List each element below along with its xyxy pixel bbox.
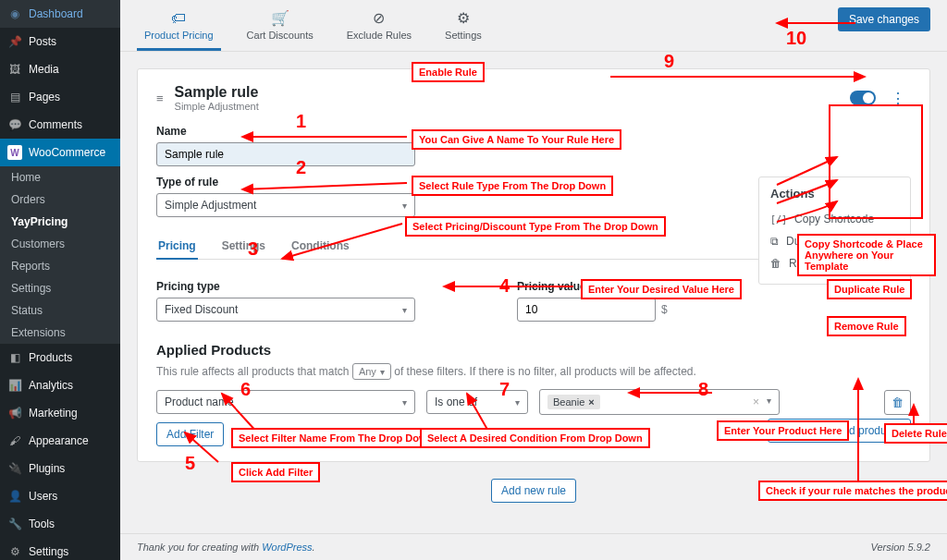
sidebar-sub-settings[interactable]: Settings xyxy=(0,277,120,299)
sidebar-item-analytics[interactable]: 📊Analytics xyxy=(0,371,120,399)
cart-icon: 🛒 xyxy=(271,9,289,27)
add-filter-button[interactable]: Add Filter xyxy=(156,422,224,446)
sidebar-item-plugins[interactable]: 🔌Plugins xyxy=(0,455,120,482)
sidebar-sub-extensions[interactable]: Extensions xyxy=(0,322,120,344)
chevron-down-icon: ▾ xyxy=(515,397,520,408)
tab-settings[interactable]: ⚙Settings xyxy=(437,6,489,51)
sidebar-item-comments[interactable]: 💬Comments xyxy=(0,111,120,139)
currency-suffix: $ xyxy=(661,303,668,316)
sidebar-item-marketing[interactable]: 📢Marketing xyxy=(0,399,120,427)
sidebar-sub-orders[interactable]: Orders xyxy=(0,189,120,211)
sidebar-item-dashboard[interactable]: ◉Dashboard xyxy=(0,0,120,28)
products-icon: ◧ xyxy=(7,350,22,365)
comments-icon: 💬 xyxy=(7,117,22,132)
plugins-icon: 🔌 xyxy=(7,461,22,476)
name-label: Name xyxy=(156,125,911,138)
pages-icon: ▤ xyxy=(7,90,22,104)
save-changes-button[interactable]: Save changes xyxy=(838,7,930,31)
product-chip: Beanie× xyxy=(547,395,600,409)
chevron-down-icon: ▾ xyxy=(767,396,771,408)
chevron-down-icon: ▾ xyxy=(402,305,407,315)
sidebar-item-products[interactable]: ◧Products xyxy=(0,344,120,371)
sidebar-item-settings[interactable]: ⚙Settings xyxy=(0,538,120,560)
media-icon: 🖼 xyxy=(7,62,22,77)
inner-tab-settings[interactable]: Settings xyxy=(220,234,267,260)
sidebar-item-users[interactable]: 👤Users xyxy=(0,482,120,510)
exclude-icon: ⊘ xyxy=(373,9,385,27)
pricing-type-label: Pricing type xyxy=(156,280,415,293)
filter-condition-select[interactable]: Is one of▾ xyxy=(426,390,528,414)
tag-icon: 🏷 xyxy=(171,10,186,27)
tab-exclude-rules[interactable]: ⊘Exclude Rules xyxy=(339,6,419,51)
filter-value-select[interactable]: Beanie× ×▾ xyxy=(539,389,780,415)
version-text: Version 5.9.2 xyxy=(871,542,930,553)
users-icon: 👤 xyxy=(7,489,22,504)
rule-title: Sample rule xyxy=(175,84,259,101)
action-remove[interactable]: 🗑Remove xyxy=(770,252,899,274)
top-tabs: 🏷Product Pricing 🛒Cart Discounts ⊘Exclud… xyxy=(120,0,947,52)
actions-panel: Actions [/]Copy Shortcode ⧉Duplicate 🗑Re… xyxy=(758,177,911,285)
chevron-down-icon: ▾ xyxy=(380,367,385,377)
sidebar-item-tools[interactable]: 🔧Tools xyxy=(0,510,120,538)
pricing-value-input[interactable] xyxy=(517,298,656,322)
woo-icon: W xyxy=(7,145,22,160)
analytics-icon: 📊 xyxy=(7,378,22,393)
brush-icon: 🖌 xyxy=(7,433,22,448)
pricing-type-select[interactable]: Fixed Discount▾ xyxy=(156,298,415,322)
tab-product-pricing[interactable]: 🏷Product Pricing xyxy=(137,6,221,51)
inner-tab-conditions[interactable]: Conditions xyxy=(289,234,351,260)
sidebar-sub-customers[interactable]: Customers xyxy=(0,233,120,255)
check-matched-button[interactable]: Check matched products xyxy=(768,419,911,443)
shortcode-icon: [/] xyxy=(770,214,787,225)
dashboard-icon: ◉ xyxy=(7,6,22,21)
drag-icon[interactable]: ≡ xyxy=(156,91,164,105)
sidebar-sub-status[interactable]: Status xyxy=(0,299,120,322)
action-duplicate[interactable]: ⧉Duplicate xyxy=(770,230,899,252)
sidebar-item-posts[interactable]: 📌Posts xyxy=(0,28,120,55)
delete-filter-button[interactable]: 🗑 xyxy=(884,390,911,415)
chip-remove-icon[interactable]: × xyxy=(588,396,594,408)
match-type-select[interactable]: Any ▾ xyxy=(352,363,391,380)
inner-tab-pricing[interactable]: Pricing xyxy=(156,234,198,260)
enable-rule-toggle[interactable] xyxy=(850,91,876,105)
applied-products-title: Applied Products xyxy=(156,342,911,358)
gear-icon: ⚙ xyxy=(7,544,22,559)
rule-subtitle: Simple Adjustment xyxy=(175,101,259,112)
rule-type-select[interactable]: Simple Adjustment▾ xyxy=(156,193,415,217)
filter-row: Product name▾ Is one of▾ Beanie× ×▾ 🗑 xyxy=(156,389,911,415)
main-content: 🏷Product Pricing 🛒Cart Discounts ⊘Exclud… xyxy=(120,0,947,560)
gear-icon: ⚙ xyxy=(457,9,470,27)
pricing-value-label: Pricing value xyxy=(517,280,668,293)
sidebar-item-appearance[interactable]: 🖌Appearance xyxy=(0,427,120,455)
clear-icon[interactable]: × xyxy=(753,396,759,408)
duplicate-icon: ⧉ xyxy=(770,235,779,248)
chevron-down-icon: ▾ xyxy=(402,201,407,211)
sidebar-sub-yaypricing[interactable]: YayPricing xyxy=(0,211,120,233)
pin-icon: 📌 xyxy=(7,34,22,49)
add-new-rule-button[interactable]: Add new rule xyxy=(491,479,576,503)
wordpress-link[interactable]: WordPress xyxy=(262,542,312,553)
trash-icon: 🗑 xyxy=(770,257,781,270)
action-copy-shortcode[interactable]: [/]Copy Shortcode xyxy=(770,208,899,230)
trash-icon: 🗑 xyxy=(892,396,904,409)
footer: Thank you for creating with WordPress. V… xyxy=(120,533,947,560)
marketing-icon: 📢 xyxy=(7,406,22,420)
tab-cart-discounts[interactable]: 🛒Cart Discounts xyxy=(240,6,321,51)
chevron-down-icon: ▾ xyxy=(402,397,407,408)
admin-sidebar: ◉Dashboard 📌Posts 🖼Media ▤Pages 💬Comment… xyxy=(0,0,120,560)
rule-card: ≡ Sample rule Simple Adjustment ⋮ Name T… xyxy=(137,68,930,462)
applied-hint: This rule affects all products that matc… xyxy=(156,363,911,380)
sidebar-sub-reports[interactable]: Reports xyxy=(0,255,120,277)
rule-name-input[interactable] xyxy=(156,142,415,166)
sidebar-item-pages[interactable]: ▤Pages xyxy=(0,83,120,111)
sidebar-sub-home[interactable]: Home xyxy=(0,166,120,189)
tools-icon: 🔧 xyxy=(7,517,22,531)
rule-menu-button[interactable]: ⋮ xyxy=(885,88,911,109)
sidebar-item-media[interactable]: 🖼Media xyxy=(0,55,120,83)
sidebar-item-woocommerce[interactable]: WWooCommerce xyxy=(0,139,120,166)
actions-title: Actions xyxy=(770,187,899,201)
filter-field-select[interactable]: Product name▾ xyxy=(156,390,415,414)
